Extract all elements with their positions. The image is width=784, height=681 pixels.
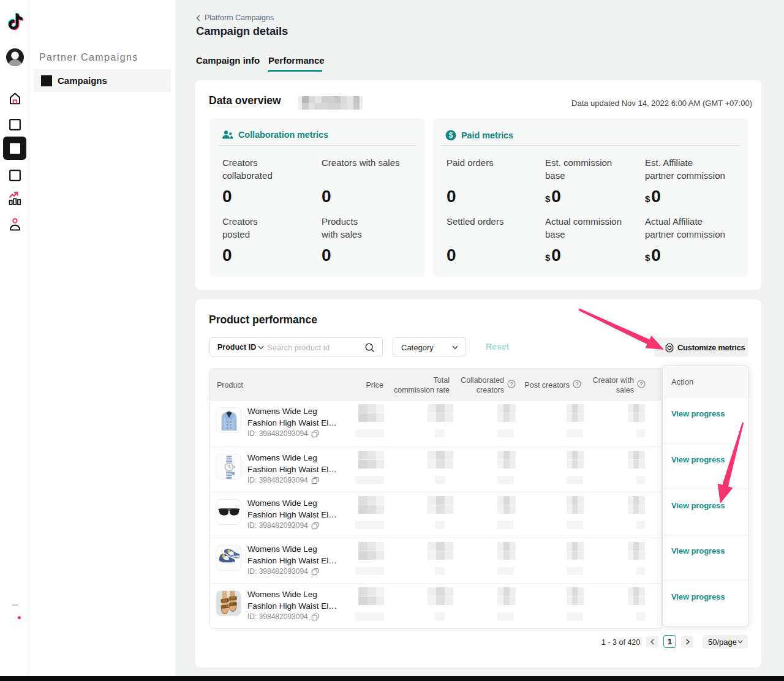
- svg-text:$: $: [449, 131, 453, 140]
- svg-text:?: ?: [576, 381, 579, 387]
- svg-text:?: ?: [640, 381, 643, 387]
- svg-text:?: ?: [510, 381, 513, 387]
